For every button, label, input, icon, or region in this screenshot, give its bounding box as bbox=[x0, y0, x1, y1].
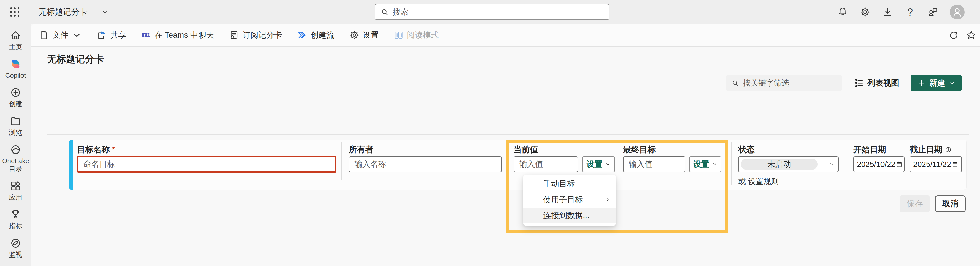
scorecard-app: 无标题记分卡 ? bbox=[0, 0, 980, 266]
section-divider bbox=[731, 142, 732, 185]
scorecard-settings-button[interactable]: 设置 bbox=[349, 30, 379, 40]
submenu-chevron-right-icon bbox=[605, 197, 610, 202]
folder-icon bbox=[10, 115, 21, 127]
sidebar-item-browse[interactable]: 浏览 bbox=[1, 115, 30, 136]
required-asterisk: * bbox=[112, 145, 115, 154]
start-date-input[interactable]: 2025/10/22 bbox=[853, 156, 905, 172]
status-dropdown[interactable]: 未启动 bbox=[738, 156, 838, 172]
flow-icon bbox=[297, 30, 307, 40]
copilot-icon bbox=[10, 58, 21, 70]
final-target-set-button[interactable]: 设置 bbox=[689, 156, 721, 172]
sidebar-item-home[interactable]: 主页 bbox=[1, 30, 30, 51]
favorite-star-icon[interactable] bbox=[966, 30, 977, 40]
sidebar-item-copilot[interactable]: Copilot bbox=[1, 58, 30, 79]
file-chevron-down-icon bbox=[72, 30, 82, 40]
onelake-icon bbox=[10, 144, 21, 155]
save-button[interactable]: 保存 bbox=[900, 195, 930, 212]
window-title: 无标题记分卡 bbox=[38, 6, 88, 18]
scorecard-content: 无标题记分卡 列表视图 新建 目标名称 bbox=[31, 46, 980, 266]
final-target-input[interactable] bbox=[623, 156, 686, 172]
share-button[interactable]: 共享 bbox=[97, 30, 126, 40]
card-plus-icon bbox=[229, 30, 239, 40]
cancel-button[interactable]: 取消 bbox=[935, 195, 966, 212]
account-avatar[interactable] bbox=[950, 5, 965, 19]
search-icon bbox=[380, 8, 389, 16]
subscribe-scorecard-button[interactable]: 订阅记分卡 bbox=[229, 30, 282, 40]
metrics-trophy-icon bbox=[10, 208, 21, 220]
goal-name-label: 目标名称* bbox=[77, 144, 115, 155]
due-date-label: 截止日期 bbox=[910, 144, 951, 155]
sidebar-item-create[interactable]: 创建 bbox=[1, 87, 30, 108]
final-target-label: 最终目标 bbox=[623, 144, 656, 155]
keyword-filter-input[interactable] bbox=[743, 79, 835, 87]
teams-icon bbox=[141, 30, 151, 40]
set-chevron-down-icon bbox=[605, 162, 611, 167]
current-value-input[interactable] bbox=[514, 156, 578, 172]
title-chevron-down-icon[interactable] bbox=[102, 9, 108, 15]
menu-item-use-subgoals[interactable]: 使用子目标 bbox=[523, 192, 616, 208]
file-menu-button[interactable]: 文件 bbox=[39, 30, 82, 40]
left-nav: 主页 Copilot 创建 浏览 OneLake 目录 bbox=[0, 24, 31, 266]
calendar-icon bbox=[896, 161, 903, 168]
set-rule-link[interactable]: 或 设置规则 bbox=[738, 176, 779, 187]
sidebar-item-metrics[interactable]: 指标 bbox=[1, 208, 30, 230]
owner-input[interactable] bbox=[349, 156, 502, 172]
content-divider bbox=[47, 134, 969, 135]
list-view-button[interactable]: 列表视图 bbox=[854, 78, 899, 88]
monitor-gauge-icon bbox=[10, 237, 21, 249]
search-input[interactable] bbox=[393, 8, 597, 17]
document-icon bbox=[39, 30, 49, 40]
apps-icon bbox=[10, 180, 21, 192]
plus-icon bbox=[918, 79, 925, 87]
top-bar: 无标题记分卡 ? bbox=[0, 0, 980, 24]
list-view-icon bbox=[854, 78, 864, 88]
section-divider bbox=[341, 142, 342, 180]
section-divider bbox=[846, 142, 846, 187]
create-flow-button[interactable]: 创建流 bbox=[297, 30, 334, 40]
filter-search-icon bbox=[731, 79, 739, 87]
goal-name-input[interactable] bbox=[77, 156, 336, 173]
set-value-menu: 手动目标 使用子目标 连接到数据... bbox=[523, 175, 616, 226]
refresh-icon[interactable] bbox=[948, 30, 959, 40]
help-icon[interactable]: ? bbox=[905, 6, 916, 18]
due-date-input[interactable]: 2025/11/22 bbox=[910, 156, 962, 172]
set-chevron-down-icon bbox=[712, 162, 717, 167]
scorecard-toolbar: 文件 共享 在 Teams 中聊天 订阅记分卡 创建流 设置 bbox=[31, 24, 980, 46]
status-label: 状态 bbox=[738, 144, 754, 155]
page-title: 无标题记分卡 bbox=[47, 53, 104, 66]
download-icon[interactable] bbox=[882, 6, 893, 18]
status-badge: 未启动 bbox=[741, 159, 818, 170]
new-button[interactable]: 新建 bbox=[911, 75, 962, 91]
row-selection-accent bbox=[69, 139, 73, 190]
new-goal-row: 目标名称* 所有者 当前值 设置 最终目标 设置 状态 bbox=[69, 139, 967, 190]
app-launcher-icon[interactable] bbox=[9, 6, 21, 18]
gear-icon bbox=[349, 30, 360, 40]
teams-chat-button[interactable]: 在 Teams 中聊天 bbox=[141, 30, 214, 40]
sidebar-item-onelake[interactable]: OneLake 目录 bbox=[1, 144, 30, 173]
home-icon bbox=[10, 30, 21, 42]
calendar-icon bbox=[951, 161, 959, 168]
info-icon bbox=[945, 146, 951, 153]
sidebar-item-monitor[interactable]: 监视 bbox=[1, 237, 30, 258]
menu-item-connect-to-data[interactable]: 连接到数据... bbox=[523, 208, 616, 223]
feedback-icon[interactable] bbox=[927, 6, 938, 18]
notifications-bell-icon[interactable] bbox=[837, 6, 848, 18]
settings-gear-icon[interactable] bbox=[860, 6, 870, 18]
reading-mode-button[interactable]: 阅读模式 bbox=[393, 30, 439, 40]
global-search[interactable] bbox=[375, 4, 609, 20]
new-chevron-down-icon bbox=[949, 80, 955, 86]
status-chevron-down-icon bbox=[829, 162, 834, 167]
share-arrow-icon bbox=[97, 30, 107, 40]
current-value-label: 当前值 bbox=[514, 144, 538, 155]
book-pages-icon bbox=[393, 30, 404, 40]
start-date-label: 开始日期 bbox=[853, 144, 886, 155]
menu-item-manual-target[interactable]: 手动目标 bbox=[523, 176, 616, 192]
keyword-filter[interactable] bbox=[726, 75, 842, 91]
current-value-set-button[interactable]: 设置 bbox=[582, 156, 615, 172]
sidebar-item-apps[interactable]: 应用 bbox=[1, 180, 30, 202]
owner-label: 所有者 bbox=[349, 144, 373, 155]
create-plus-icon bbox=[10, 87, 21, 98]
